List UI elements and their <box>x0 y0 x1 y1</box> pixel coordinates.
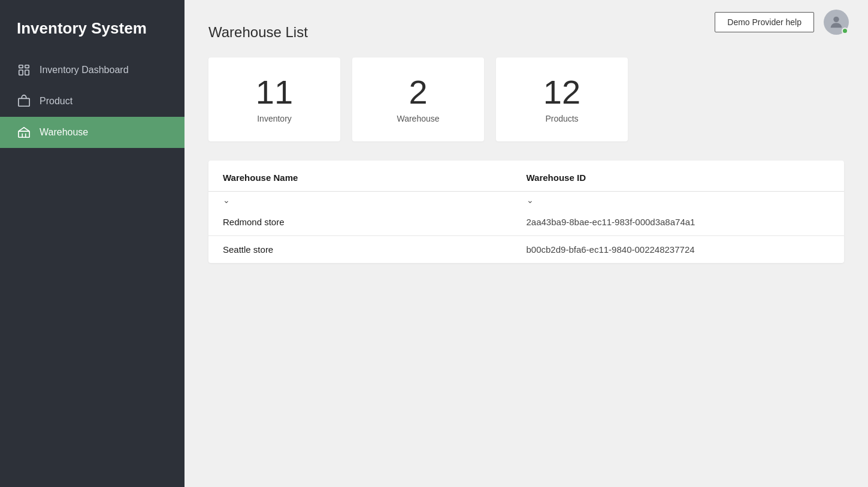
stat-card-inventory: 11 Inventory <box>208 58 340 141</box>
app-title: Inventory System <box>0 0 185 55</box>
help-button[interactable]: Demo Provider help <box>715 12 814 32</box>
stat-card-warehouse: 2 Warehouse <box>352 58 484 141</box>
warehouse-name-1[interactable]: Redmond store <box>223 217 527 227</box>
warehouse-id-2: b00cb2d9-bfa6-ec11-9840-002248237724 <box>527 244 830 255</box>
table-body: ⌄ ⌄ Redmond store 2aa43ba9-8bae-ec11-983… <box>208 192 844 263</box>
sidebar-item-warehouse[interactable]: Warehouse <box>0 117 185 148</box>
stat-label-warehouse: Warehouse <box>397 114 439 123</box>
warehouse-table: Warehouse Name Warehouse ID ⌄ ⌄ Redmond … <box>208 161 844 263</box>
warehouse-name-2[interactable]: Seattle store <box>223 244 527 255</box>
sidebar-item-warehouse-label: Warehouse <box>40 127 88 138</box>
svg-rect-2 <box>19 70 23 75</box>
sidebar-item-dashboard[interactable]: Inventory Dashboard <box>0 55 185 86</box>
sort-chevron-name-1[interactable]: ⌄ <box>223 195 527 205</box>
svg-rect-3 <box>25 70 29 75</box>
sidebar-item-dashboard-label: Inventory Dashboard <box>40 65 129 75</box>
top-right-controls: Demo Provider help <box>715 10 849 35</box>
svg-rect-1 <box>25 65 29 68</box>
stat-number-inventory: 11 <box>256 75 293 109</box>
svg-rect-0 <box>19 65 23 68</box>
data-row-1: Redmond store 2aa43ba9-8bae-ec11-983f-00… <box>208 208 844 235</box>
stat-card-products: 12 Products <box>496 58 628 141</box>
product-icon <box>17 94 31 108</box>
table-header: Warehouse Name Warehouse ID <box>208 161 844 192</box>
stat-label-products: Products <box>545 114 578 123</box>
stat-label-inventory: Inventory <box>257 114 292 123</box>
stat-number-warehouse: 2 <box>409 75 427 109</box>
dashboard-icon <box>17 63 31 77</box>
warehouse-id-1: 2aa43ba9-8bae-ec11-983f-000d3a8a74a1 <box>527 217 830 227</box>
sidebar-item-product[interactable]: Product <box>0 86 185 117</box>
data-row-2: Seattle store b00cb2d9-bfa6-ec11-9840-00… <box>208 236 844 263</box>
sidebar-nav: Inventory Dashboard Product Warehous <box>0 55 185 148</box>
svg-rect-4 <box>19 99 29 107</box>
main-content: Demo Provider help Warehouse List 11 Inv… <box>185 0 868 487</box>
sidebar-item-product-label: Product <box>40 96 72 107</box>
page-title: Warehouse List <box>208 24 308 41</box>
warehouse-icon <box>17 125 31 140</box>
svg-point-8 <box>833 17 839 22</box>
avatar-online-dot <box>842 28 848 34</box>
svg-rect-5 <box>19 131 29 137</box>
table-row: ⌄ ⌄ Redmond store 2aa43ba9-8bae-ec11-983… <box>208 192 844 236</box>
stat-number-products: 12 <box>543 75 580 109</box>
sort-chevron-id-1[interactable]: ⌄ <box>527 195 830 205</box>
col-header-id: Warehouse ID <box>527 173 830 183</box>
table-row: Seattle store b00cb2d9-bfa6-ec11-9840-00… <box>208 236 844 263</box>
user-avatar[interactable] <box>824 10 849 35</box>
col-header-name: Warehouse Name <box>223 173 527 183</box>
sidebar: Inventory System Inventory Dashboard P <box>0 0 185 487</box>
stats-row: 11 Inventory 2 Warehouse 12 Products <box>208 58 844 141</box>
sort-row-1: ⌄ ⌄ <box>208 192 844 208</box>
